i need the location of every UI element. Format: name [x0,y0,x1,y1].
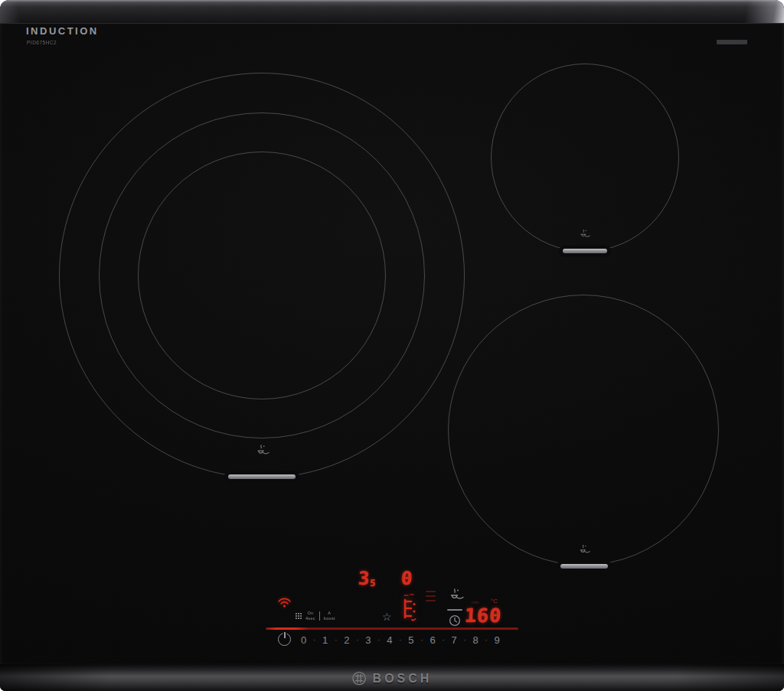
timer-clock-icon[interactable] [449,614,461,627]
slider-number-4[interactable]: 4 [387,634,392,646]
bosch-logo: BOSCH [352,671,433,686]
frying-sensor-key-icon[interactable] [446,587,465,605]
model-code-label: PID675HC2 [27,40,57,45]
zone-bottom-right-marker-bar [560,564,608,569]
slider-number-0[interactable]: 0 [301,634,306,646]
on-key-label-2: 4sec [305,616,315,621]
zone-top-right-ring [491,64,679,252]
slider-dot: · [335,635,338,644]
left-zone-power-main: 3 [358,568,370,589]
zone-left-inner-ring [138,152,386,399]
sensor-temperature-display: 160 [464,605,502,627]
top-right-highlight [730,0,784,23]
wifi-icon [277,597,292,608]
top-edge-trim [0,0,784,23]
boost-key-label-2: boost [324,616,335,621]
boost-key-label-1: A [328,611,331,616]
zone-bottom-right-ring [448,295,719,566]
slider-number-9[interactable]: 9 [495,634,500,646]
boost-key[interactable]: A boost [324,611,335,621]
power-button[interactable] [278,633,291,646]
slider-number-2[interactable]: 2 [344,634,349,646]
frying-pan-icon [253,443,270,460]
slider-number-6[interactable]: 6 [430,634,435,646]
frying-pan-icon [577,543,591,558]
slider-dot: · [485,635,488,644]
slider-number-5[interactable]: 5 [408,634,413,646]
slider-dot: · [420,635,423,644]
bosch-armature-icon [352,671,367,686]
zone-left-marker-bar [228,474,296,479]
on-key[interactable]: On 4sec [305,611,315,621]
frying-pan-icon [577,228,591,242]
divider [447,609,462,611]
left-zone-power-display: 35 [358,568,375,589]
slider-dot: · [313,635,316,644]
front-trim: BOSCH [0,664,784,691]
zone-top-right-marker-bar [563,249,607,253]
top-right-zone-power-display: 0 [400,568,413,589]
pan-detection-indicator [400,593,418,624]
slider-number-1[interactable]: 1 [322,634,328,646]
slider-number-8[interactable]: 8 [473,634,479,646]
top-left-highlight [0,0,31,23]
slider-dot: · [356,635,359,644]
slider-dot: · [399,635,402,644]
slider-dot: · [463,635,466,644]
induction-cooktop: INDUCTION PID675HC2 [0,0,784,691]
grid-icon[interactable] [296,613,302,619]
function-key-cluster: On 4sec A boost [296,611,335,621]
star-key-icon[interactable]: ☆ [382,611,392,623]
sensor-unit-celsius: °C [491,598,498,605]
power-slider-numbers[interactable]: 0·1·2·3·4·5·6·7·8·9 [301,634,500,646]
on-key-label-1: On [307,611,313,616]
residual-heat-indicator [426,591,436,601]
power-slider-track[interactable] [266,627,518,630]
induction-label: INDUCTION [26,25,99,37]
slider-number-7[interactable]: 7 [451,634,456,646]
slider-dot: · [377,635,381,644]
slider-dot: · [442,635,445,644]
slider-number-3[interactable]: 3 [365,634,371,646]
left-zone-power-sub: 5 [370,578,376,588]
bosch-logo-text: BOSCH [373,672,433,686]
divider [319,611,320,621]
top-right-marking [717,40,747,44]
